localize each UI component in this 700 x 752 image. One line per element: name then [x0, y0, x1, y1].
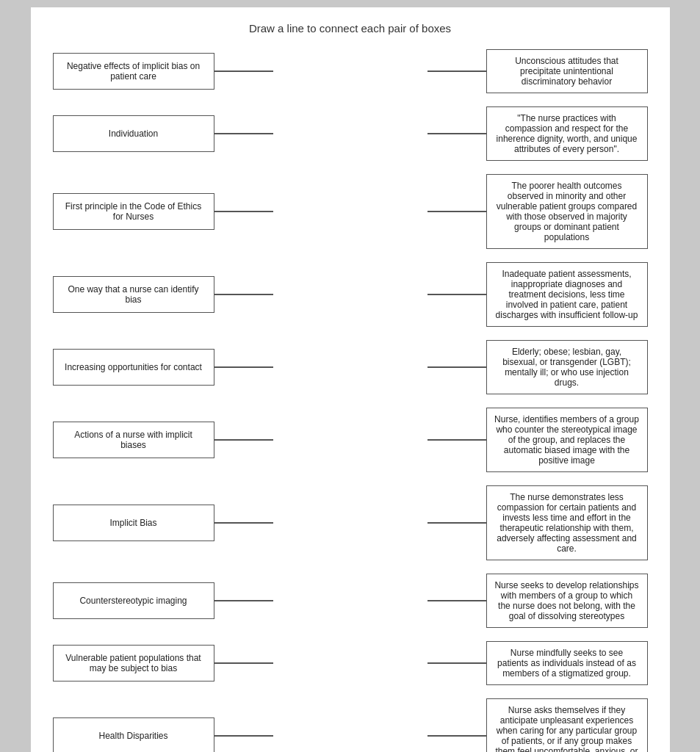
right-box: The nurse demonstrates less compassion f… [486, 485, 648, 560]
right-connector-line [427, 600, 486, 601]
page: Draw a line to connect each pair of boxe… [31, 7, 670, 752]
left-connector-line [214, 522, 273, 524]
left-box: Counterstereotypic imaging [53, 582, 214, 619]
right-box: "The nurse practices with compassion and… [486, 106, 648, 161]
right-box: Nurse, identifies members of a group who… [486, 408, 648, 472]
left-connector-line [214, 600, 273, 601]
match-row: Increasing opportunities for contact Eld… [53, 340, 648, 394]
right-box: Elderly; obese; lesbian, gay, bisexual, … [486, 340, 648, 394]
right-connector-line [427, 211, 486, 212]
left-box: Health Disparities [53, 717, 214, 752]
match-row: Counterstereotypic imaging Nurse seeks t… [53, 574, 648, 628]
match-row: Health Disparities Nurse asks themselves… [53, 698, 648, 752]
left-connector-line [214, 439, 273, 441]
right-box: The poorer health outcomes observed in m… [486, 174, 648, 249]
match-row: Individuation "The nurse practices with … [53, 106, 648, 161]
left-box: Negative effects of implicit bias on pat… [53, 53, 214, 90]
right-box: Nurse seeks to develop relationships wit… [486, 574, 648, 628]
left-connector-line [214, 735, 273, 737]
right-connector-line [427, 439, 486, 441]
left-connector-line [214, 70, 273, 72]
right-box: Unconscious attitudes that precipitate u… [486, 49, 648, 93]
right-connector-line [427, 662, 486, 664]
left-connector-line [214, 211, 273, 212]
match-row: Actions of a nurse with implicit biases … [53, 408, 648, 472]
left-box: Implicit Bias [53, 505, 214, 541]
left-connector-line [214, 133, 273, 134]
match-row: Vulnerable patient populations that may … [53, 641, 648, 685]
matching-container: Negative effects of implicit bias on pat… [53, 49, 648, 752]
left-box: First principle in the Code of Ethics fo… [53, 193, 214, 230]
right-box: Nurse asks themselves if they anticipate… [486, 698, 648, 752]
page-title: Draw a line to connect each pair of boxe… [53, 22, 648, 35]
right-connector-line [427, 522, 486, 524]
right-connector-line [427, 133, 486, 134]
left-box: Individuation [53, 115, 214, 152]
right-connector-line [427, 735, 486, 737]
right-box: Nurse mindfully seeks to see patients as… [486, 641, 648, 685]
match-row: Implicit Bias The nurse demonstrates les… [53, 485, 648, 560]
match-row: One way that a nurse can identify bias I… [53, 262, 648, 327]
right-connector-line [427, 70, 486, 72]
left-connector-line [214, 662, 273, 664]
right-box: Inadequate patient assessments, inapprop… [486, 262, 648, 327]
left-box: Vulnerable patient populations that may … [53, 645, 214, 682]
left-box: One way that a nurse can identify bias [53, 276, 214, 313]
left-connector-line [214, 366, 273, 368]
match-row: Negative effects of implicit bias on pat… [53, 49, 648, 93]
left-box: Increasing opportunities for contact [53, 349, 214, 386]
left-connector-line [214, 294, 273, 295]
right-connector-line [427, 294, 486, 295]
match-row: First principle in the Code of Ethics fo… [53, 174, 648, 249]
right-connector-line [427, 366, 486, 368]
left-box: Actions of a nurse with implicit biases [53, 422, 214, 458]
